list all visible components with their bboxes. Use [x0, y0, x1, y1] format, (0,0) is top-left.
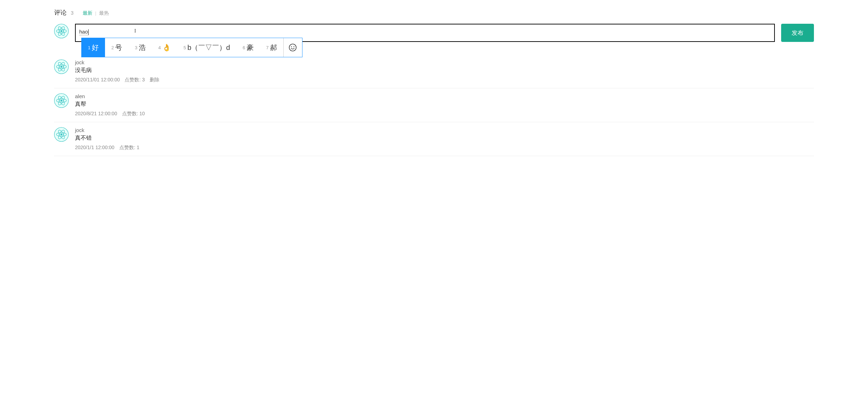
smile-icon	[289, 43, 297, 52]
sort-tabs: 最新 | 最热	[83, 10, 109, 16]
comments-header: 评论 3 最新 | 最热	[54, 8, 814, 17]
ime-candidate-4[interactable]: 4 👌	[152, 38, 177, 57]
tab-hottest[interactable]: 最热	[99, 10, 109, 16]
svg-point-6	[291, 46, 292, 47]
avatar	[54, 24, 69, 38]
ime-candidate-5[interactable]: 5 b（￣▽￣）d	[177, 38, 236, 57]
ime-candidate-2[interactable]: 2 号	[105, 38, 128, 57]
comment-meta: 2020/1/1 12:00:00点赞数: 1	[75, 145, 814, 151]
compose-input-wrap: hao I 1 好 2 号 3 浩 4 👌 5 b（￣▽￣）d	[75, 24, 775, 43]
svg-point-14	[60, 100, 62, 102]
avatar	[54, 127, 69, 142]
avatar	[54, 93, 69, 108]
svg-point-7	[294, 46, 295, 47]
comments-count: 3	[71, 10, 74, 16]
comment-text: 没毛病	[75, 67, 814, 74]
svg-point-9	[60, 66, 62, 68]
ime-candidate-7[interactable]: 7 郝	[260, 38, 283, 57]
like-count[interactable]: 点赞数: 1	[119, 145, 140, 151]
tab-latest[interactable]: 最新	[83, 10, 92, 16]
comment-meta: 2020/8/21 12:00:00点赞数: 10	[75, 111, 814, 117]
react-logo-icon	[54, 24, 69, 38]
ime-candidate-6[interactable]: 6 豪	[236, 38, 260, 57]
comment-username: alen	[75, 93, 814, 99]
tab-divider: |	[95, 11, 96, 16]
comment-time: 2020/8/21 12:00:00	[75, 111, 117, 117]
svg-point-1	[60, 30, 62, 32]
ime-candidate-1[interactable]: 1 好	[82, 38, 105, 57]
ime-candidate-panel: 1 好 2 号 3 浩 4 👌 5 b（￣▽￣）d 6 豪	[81, 38, 302, 57]
svg-point-5	[289, 44, 296, 51]
comment-username: jock	[75, 59, 814, 65]
comment-username: jock	[75, 127, 814, 133]
ime-emoji-button[interactable]	[283, 38, 302, 57]
comment-item: jock没毛病2020/11/01 12:00:00点赞数: 3删除	[54, 54, 814, 88]
comment-item: alen真帮2020/8/21 12:00:00点赞数: 10	[54, 88, 814, 122]
like-count[interactable]: 点赞数: 3	[125, 77, 145, 83]
like-count[interactable]: 点赞数: 10	[122, 111, 145, 117]
comment-item: jock真不错2020/1/1 12:00:00点赞数: 1	[54, 122, 814, 156]
compose-row: hao I 1 好 2 号 3 浩 4 👌 5 b（￣▽￣）d	[54, 24, 814, 43]
comments-title: 评论	[54, 8, 67, 17]
comment-time: 2020/1/1 12:00:00	[75, 145, 114, 151]
comment-body: jock真不错2020/1/1 12:00:00点赞数: 1	[75, 127, 814, 151]
ime-candidate-3[interactable]: 3 浩	[128, 38, 152, 57]
svg-point-19	[60, 133, 62, 136]
comment-meta: 2020/11/01 12:00:00点赞数: 3删除	[75, 77, 814, 83]
comment-time: 2020/11/01 12:00:00	[75, 77, 120, 83]
delete-link[interactable]: 删除	[150, 77, 159, 83]
comment-list: jock没毛病2020/11/01 12:00:00点赞数: 3删除alen真帮…	[54, 54, 814, 156]
comment-body: jock没毛病2020/11/01 12:00:00点赞数: 3删除	[75, 59, 814, 83]
comment-body: alen真帮2020/8/21 12:00:00点赞数: 10	[75, 93, 814, 117]
comment-text: 真帮	[75, 101, 814, 108]
publish-button[interactable]: 发布	[781, 24, 814, 42]
avatar	[54, 59, 69, 74]
comment-text: 真不错	[75, 134, 814, 142]
